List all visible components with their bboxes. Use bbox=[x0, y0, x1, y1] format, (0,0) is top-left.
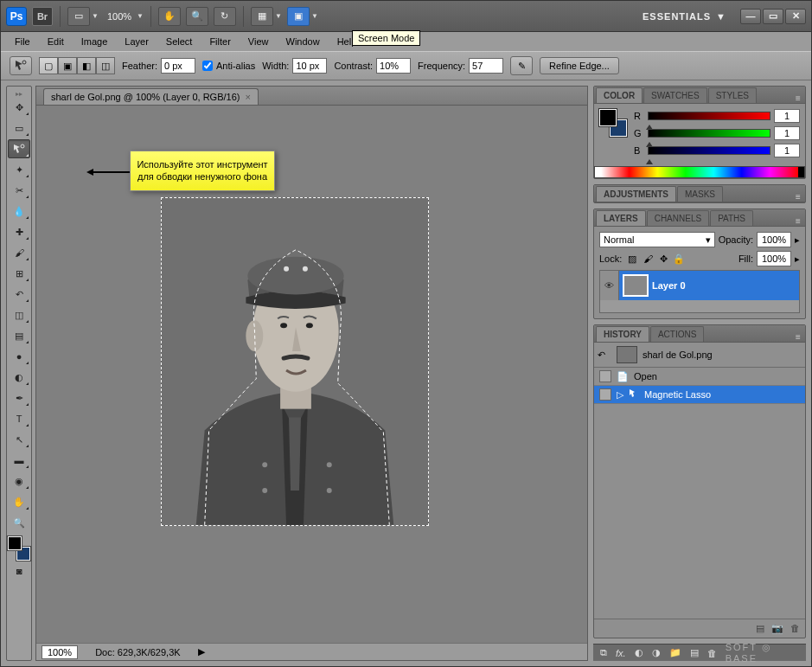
layer-row[interactable]: 👁 Layer 0 bbox=[600, 271, 799, 300]
fill-arrow-icon[interactable]: ▸ bbox=[795, 253, 800, 265]
tab-styles[interactable]: STYLES bbox=[708, 87, 757, 103]
history-snapshot[interactable]: ↶ sharl de Gol.png bbox=[594, 343, 805, 368]
quickmask-button[interactable]: ◙ bbox=[8, 561, 30, 580]
lock-pixels-icon[interactable]: 🖌 bbox=[641, 252, 655, 266]
arrange-dropdown[interactable]: ▦ ▼ bbox=[251, 7, 282, 26]
screenmode-dropdown[interactable]: ▣ ▼ bbox=[287, 7, 318, 26]
delete-layer-icon[interactable]: 🗑 bbox=[707, 648, 717, 658]
layer-fx-icon[interactable]: fx. bbox=[616, 648, 626, 658]
refine-edge-button[interactable]: Refine Edge... bbox=[540, 57, 619, 74]
crop-tool[interactable]: ✂ bbox=[8, 181, 30, 200]
new-doc-from-state-icon[interactable]: ▤ bbox=[756, 623, 764, 634]
menu-view[interactable]: View bbox=[240, 34, 278, 49]
r-input[interactable] bbox=[774, 109, 800, 123]
snapshot-brush-icon[interactable]: ↶ bbox=[598, 350, 611, 361]
foreground-swatch[interactable] bbox=[599, 109, 617, 126]
ps-logo-icon[interactable]: Ps bbox=[6, 7, 27, 26]
g-input[interactable] bbox=[774, 126, 800, 140]
menu-layer[interactable]: Layer bbox=[116, 34, 157, 49]
tab-color[interactable]: COLOR bbox=[596, 87, 643, 103]
canvas[interactable]: Используйте этот инструмент для обводки … bbox=[36, 106, 587, 643]
selection-add-button[interactable]: ▣ bbox=[58, 57, 77, 74]
lock-all-icon[interactable]: 🔒 bbox=[672, 252, 686, 266]
brush-tool[interactable]: 🖌 bbox=[8, 243, 30, 262]
lock-transparent-icon[interactable]: ▨ bbox=[625, 252, 639, 266]
3d-tool[interactable]: ◉ bbox=[8, 471, 30, 491]
hand-tool[interactable]: ✋ bbox=[8, 492, 30, 511]
layer-mask-icon[interactable]: ◐ bbox=[635, 647, 643, 658]
minimize-button[interactable]: — bbox=[740, 9, 761, 24]
pen-tool[interactable]: ✒ bbox=[8, 388, 30, 407]
layer-thumbnail[interactable] bbox=[623, 274, 649, 297]
wand-tool[interactable]: ✦ bbox=[8, 160, 30, 179]
blend-mode-dropdown[interactable]: Normal▾ bbox=[599, 232, 715, 247]
path-select-tool[interactable]: ↖ bbox=[8, 430, 30, 449]
layer-name[interactable]: Layer 0 bbox=[652, 280, 686, 291]
b-input[interactable] bbox=[774, 144, 800, 157]
width-input[interactable] bbox=[292, 58, 327, 74]
history-gutter[interactable] bbox=[599, 370, 611, 382]
menu-window[interactable]: Window bbox=[278, 34, 329, 49]
healing-tool[interactable]: ✚ bbox=[8, 222, 30, 241]
tab-masks[interactable]: MASKS bbox=[677, 186, 723, 202]
g-slider[interactable] bbox=[648, 129, 770, 138]
tab-history[interactable]: HISTORY bbox=[596, 326, 649, 342]
blur-tool[interactable]: ● bbox=[8, 347, 30, 366]
opacity-input[interactable] bbox=[757, 232, 791, 247]
move-tool[interactable]: ✥ bbox=[8, 98, 30, 117]
bridge-icon[interactable]: Br bbox=[32, 7, 53, 26]
new-layer-icon[interactable]: ▤ bbox=[690, 647, 699, 658]
panel-menu-icon[interactable]: ≡ bbox=[791, 216, 805, 226]
status-arrow-icon[interactable]: ▶ bbox=[198, 646, 205, 657]
zoom-dropdown[interactable]: 100% ▼ bbox=[104, 11, 144, 22]
dodge-tool[interactable]: ◐ bbox=[8, 368, 30, 387]
adjustment-layer-icon[interactable]: ◑ bbox=[652, 647, 661, 658]
group-icon[interactable]: 📁 bbox=[669, 647, 681, 658]
document-image[interactable] bbox=[161, 197, 429, 526]
workspace-switcher[interactable]: ESSENTIALS ▼ bbox=[643, 11, 726, 22]
history-brush-tool[interactable]: ↶ bbox=[8, 285, 30, 304]
color-spectrum[interactable] bbox=[594, 166, 805, 178]
fill-input[interactable] bbox=[757, 251, 791, 266]
pen-pressure-icon[interactable]: ✎ bbox=[510, 56, 533, 75]
maximize-button[interactable]: ▭ bbox=[763, 9, 783, 24]
toolbox-handle[interactable]: ▸▸ bbox=[7, 90, 31, 97]
history-item[interactable]: 📄 Open bbox=[594, 368, 805, 386]
r-slider[interactable] bbox=[648, 112, 770, 120]
close-tab-icon[interactable]: × bbox=[245, 92, 250, 102]
selection-new-button[interactable]: ▢ bbox=[39, 57, 58, 74]
zoom-tool-icon[interactable]: 🔍 bbox=[186, 7, 208, 26]
foreground-swatch[interactable] bbox=[8, 536, 22, 550]
eraser-tool[interactable]: ◫ bbox=[8, 305, 30, 324]
new-snapshot-icon[interactable]: 📷 bbox=[771, 623, 783, 634]
contrast-input[interactable] bbox=[376, 58, 411, 74]
current-tool-icon[interactable] bbox=[10, 56, 32, 75]
marquee-tool[interactable]: ▭ bbox=[8, 119, 30, 138]
rotate-view-icon[interactable]: ↻ bbox=[214, 7, 236, 26]
color-panel-swatches[interactable] bbox=[599, 109, 627, 137]
selection-subtract-button[interactable]: ◧ bbox=[77, 57, 96, 74]
visibility-toggle-icon[interactable]: 👁 bbox=[600, 271, 619, 300]
frequency-input[interactable] bbox=[469, 58, 503, 74]
color-swatches[interactable] bbox=[8, 536, 30, 561]
type-tool[interactable]: T bbox=[8, 409, 30, 428]
link-layers-icon[interactable]: ⧉ bbox=[600, 647, 607, 658]
tab-layers[interactable]: LAYERS bbox=[596, 210, 646, 226]
panel-menu-icon[interactable]: ≡ bbox=[791, 93, 805, 103]
opacity-arrow-icon[interactable]: ▸ bbox=[795, 234, 800, 246]
tab-channels[interactable]: CHANNELS bbox=[647, 210, 709, 226]
panel-menu-icon[interactable]: ≡ bbox=[791, 192, 805, 202]
feather-input[interactable] bbox=[161, 58, 195, 74]
stamp-tool[interactable]: ⊞ bbox=[8, 264, 30, 283]
lasso-tool[interactable] bbox=[8, 139, 30, 158]
close-button[interactable]: ✕ bbox=[785, 9, 806, 24]
menu-select[interactable]: Select bbox=[157, 34, 201, 49]
selection-intersect-button[interactable]: ◫ bbox=[96, 57, 115, 74]
shape-tool[interactable]: ▬ bbox=[8, 451, 30, 470]
delete-state-icon[interactable]: 🗑 bbox=[790, 623, 800, 634]
status-zoom[interactable]: 100% bbox=[42, 645, 78, 659]
menu-file[interactable]: File bbox=[6, 34, 39, 49]
menu-filter[interactable]: Filter bbox=[201, 34, 239, 49]
history-gutter[interactable] bbox=[599, 388, 611, 401]
document-tab[interactable]: sharl de Gol.png @ 100% (Layer 0, RGB/16… bbox=[43, 88, 259, 105]
